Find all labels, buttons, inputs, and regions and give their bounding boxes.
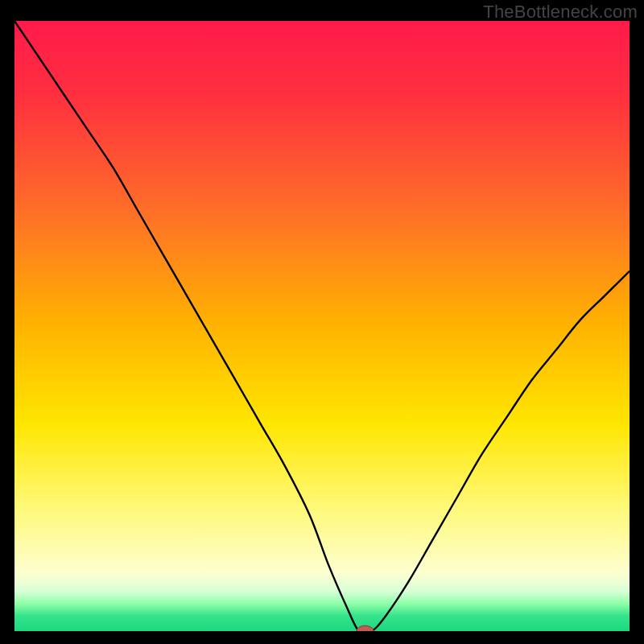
plot-area xyxy=(14,21,630,631)
bottleneck-chart xyxy=(14,21,630,631)
chart-frame: TheBottleneck.com xyxy=(0,0,644,644)
watermark-text: TheBottleneck.com xyxy=(483,2,638,23)
heat-gradient-background xyxy=(14,21,630,631)
